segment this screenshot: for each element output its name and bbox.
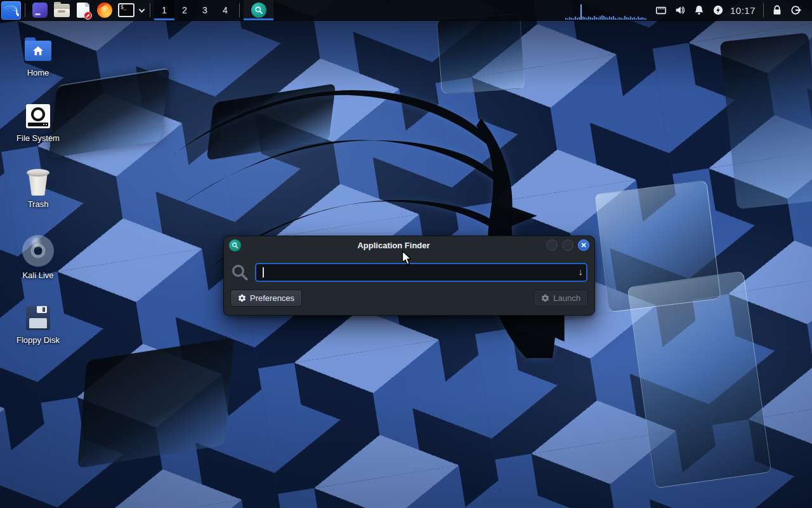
panel-right-group: 10:17 [565, 0, 812, 20]
appfinder-window-icon [229, 239, 241, 251]
preferences-button[interactable]: Preferences [230, 290, 302, 307]
trash-icon [27, 169, 49, 196]
filesystem-drive-icon [26, 104, 50, 128]
panel-separator [763, 3, 764, 17]
logout-button[interactable] [789, 0, 804, 21]
launcher-file-manager[interactable] [51, 0, 72, 21]
search-icon [230, 263, 249, 282]
terminal-icon: $_ [118, 3, 134, 17]
desktop-icon-label: Floppy Disk [16, 335, 60, 345]
volume-tray-button[interactable] [672, 0, 688, 21]
network-tray-button[interactable] [653, 0, 669, 21]
desktop-icon-kali-live[interactable]: Kali Live [6, 234, 70, 280]
document-edit-icon [77, 3, 89, 18]
application-finder-window: Application Finder ✕ ↓ Preferences Launc… [223, 236, 595, 316]
power-manager-tray-button[interactable] [710, 0, 726, 21]
desktop-icon-file-system[interactable]: File System [6, 102, 70, 143]
search-input[interactable] [255, 263, 587, 282]
desktop-icon-label: File System [16, 133, 60, 143]
window-title: Application Finder [241, 241, 546, 250]
desktop-icon-home[interactable]: Home [6, 37, 70, 77]
network-icon [655, 4, 667, 16]
top-panel: $_ 1 2 3 4 10:17 [0, 0, 812, 21]
lock-screen-button[interactable] [769, 0, 785, 21]
launch-label: Launch [553, 293, 580, 303]
workspace-4[interactable]: 4 [215, 0, 235, 20]
applications-menu-button[interactable] [1, 1, 21, 20]
dropdown-arrow-icon[interactable]: ↓ [579, 266, 584, 277]
search-field-wrap: ↓ [255, 263, 587, 282]
desktop-icon-label: Trash [28, 199, 49, 209]
workspace-1[interactable]: 1 [154, 0, 174, 20]
optical-disc-icon [22, 235, 54, 267]
text-caret [263, 267, 264, 277]
terminal-dropdown-button[interactable] [137, 0, 146, 21]
minimize-button[interactable] [546, 239, 558, 251]
appfinder-icon [251, 3, 266, 18]
volume-icon [674, 4, 686, 16]
panel-left-group: $_ 1 2 3 4 [0, 0, 273, 20]
close-button[interactable]: ✕ [578, 239, 589, 251]
launcher-web-browser[interactable] [94, 0, 115, 21]
mouse-cursor [402, 250, 413, 266]
desktop-icon-trash[interactable]: Trash [6, 168, 70, 209]
close-icon: ✕ [580, 242, 586, 249]
home-folder-icon [25, 41, 51, 61]
launcher-app-window[interactable] [29, 0, 51, 21]
cpu-graph[interactable] [565, 0, 648, 20]
launch-gear-icon [541, 294, 549, 302]
window-controls: ✕ [546, 239, 589, 251]
power-icon [712, 4, 724, 16]
launcher-text-editor[interactable] [72, 0, 94, 21]
logout-icon [790, 4, 802, 16]
chevron-down-icon [138, 6, 145, 13]
desktop-icon-label: Kali Live [22, 271, 53, 280]
desktop-icon-floppy-disk[interactable]: Floppy Disk [6, 304, 70, 345]
launcher-terminal[interactable]: $_ [115, 0, 137, 21]
floppy-disk-icon [26, 306, 50, 330]
launch-button[interactable]: Launch [534, 290, 588, 307]
folder-icon [54, 4, 70, 17]
firefox-icon [97, 3, 112, 18]
clock[interactable]: 10:17 [730, 5, 756, 16]
panel-separator [239, 3, 240, 17]
panel-separator [150, 3, 150, 17]
notifications-tray-button[interactable] [691, 0, 707, 21]
taskbar-item-application-finder[interactable] [244, 0, 273, 20]
workspace-3[interactable]: 3 [195, 0, 215, 20]
window-app-icon [32, 3, 48, 18]
notifications-icon [693, 4, 705, 16]
lock-icon [771, 4, 783, 16]
panel-separator [25, 3, 25, 17]
preferences-label: Preferences [250, 293, 294, 303]
button-row: Preferences Launch [230, 290, 588, 307]
maximize-button[interactable] [562, 239, 573, 251]
workspace-2[interactable]: 2 [174, 0, 195, 20]
desktop-icon-label: Home [27, 68, 49, 77]
kali-logo-icon [4, 3, 19, 17]
workspace-switcher: 1 2 3 4 [154, 0, 235, 20]
gear-icon [238, 294, 246, 302]
